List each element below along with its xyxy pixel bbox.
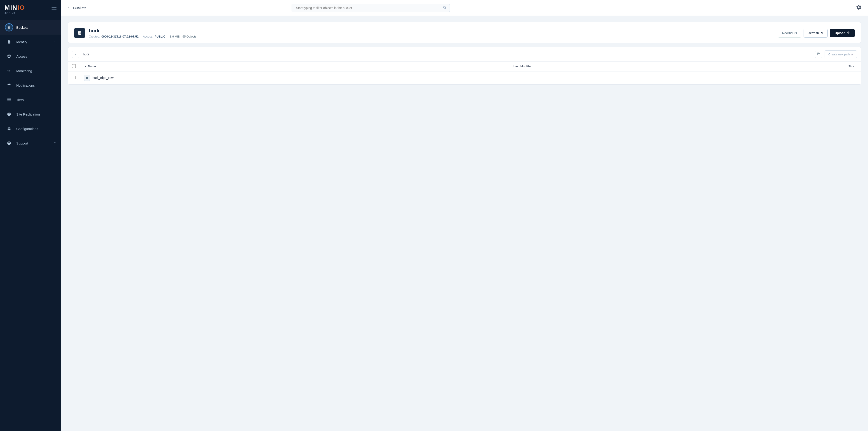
back-label: Buckets (73, 6, 86, 10)
folder-icon-0 (84, 74, 90, 81)
path-back-button[interactable]: ‹ (72, 51, 79, 58)
select-all-checkbox[interactable] (72, 64, 76, 68)
sidebar-item-site-replication-label: Site Replication (16, 113, 56, 116)
refresh-label: Refresh (808, 31, 819, 35)
name-header-label: Name (88, 65, 96, 68)
support-icon (5, 139, 13, 147)
upload-button[interactable]: Upload ⇧ (830, 29, 855, 37)
sidebar-item-notifications-label: Notifications (16, 84, 56, 87)
sidebar-item-monitoring[interactable]: Monitoring ⌃ (0, 64, 61, 78)
rewind-button[interactable]: Rewind ↻ (778, 29, 801, 37)
rewind-icon: ↻ (794, 31, 797, 35)
back-arrow-icon: ← (67, 5, 71, 10)
sidebar-item-monitoring-label: Monitoring (16, 69, 51, 73)
created-label: Created: (89, 35, 100, 38)
create-new-path-button[interactable]: Create new path // (825, 51, 857, 58)
bucket-header-card: hudi Created: 0000-12-31T16:07:02-07:52 … (68, 22, 861, 43)
file-browser-card: ‹ hudi Create new path // (68, 47, 861, 85)
rewind-label: Rewind (782, 31, 793, 35)
bucket-name: hudi (89, 28, 774, 34)
svg-point-0 (8, 70, 10, 71)
size-column-header[interactable]: Size (705, 62, 861, 71)
sidebar-item-support-label: Support (16, 141, 51, 145)
file-table-body: hudi_trips_cow - (68, 71, 861, 84)
topbar: ← Buckets (61, 0, 868, 16)
sidebar-item-identity-label: Identity (16, 40, 51, 44)
settings-button[interactable] (856, 4, 862, 11)
monitoring-icon (5, 67, 13, 75)
refresh-icon: ↻ (820, 31, 823, 35)
path-text: hudi (82, 53, 813, 56)
row-checkbox-cell (68, 71, 80, 84)
bucket-meta: Created: 0000-12-31T16:07:02-07:52 Acces… (89, 35, 774, 38)
path-bar: ‹ hudi Create new path // (68, 47, 861, 62)
modified-header-label: Last Modified (514, 65, 532, 68)
modified-column-header[interactable]: Last Modified (509, 62, 705, 71)
main-content: ← Buckets hudi Created: 0000-12-31T16:07… (61, 0, 868, 431)
logo-area: MINIO AGPLv3 (4, 4, 25, 14)
sidebar-item-site-replication[interactable]: Site Replication (0, 107, 61, 121)
access-label: Access: (143, 35, 153, 38)
select-all-header (68, 62, 80, 71)
sidebar-item-configurations[interactable]: Configurations (0, 121, 61, 136)
meta-separator-2 (167, 35, 168, 38)
bucket-stats: 3.9 MiB - 55 Objects (170, 35, 196, 38)
row-checkbox-0[interactable] (72, 76, 76, 80)
search-bar (291, 4, 450, 12)
sidebar-item-notifications[interactable]: Notifications (0, 78, 61, 92)
row-size-cell-0: - (705, 71, 861, 84)
identity-chevron-icon: ⌃ (54, 40, 56, 43)
sidebar-nav: Buckets Identity ⌃ Access Monitoring ⌃ (0, 18, 61, 431)
access-value: PUBLIC (155, 35, 165, 38)
bucket-icon-large (74, 28, 85, 38)
tiers-icon (5, 96, 13, 104)
copy-path-button[interactable] (815, 51, 822, 58)
notifications-icon (5, 81, 13, 89)
name-column-header[interactable]: ▲ Name (80, 62, 509, 71)
row-name-cell: hudi_trips_cow (80, 71, 509, 84)
sidebar-item-access[interactable]: Access (0, 49, 61, 64)
support-chevron-icon: ⌃ (54, 142, 56, 145)
create-path-label: Create new path (829, 53, 850, 56)
search-icon (442, 5, 447, 10)
file-table: ▲ Name Last Modified Size (68, 62, 861, 84)
access-icon (5, 52, 13, 60)
back-to-buckets-button[interactable]: ← Buckets (67, 5, 86, 10)
row-modified-cell-0 (509, 71, 705, 84)
logo-sub: AGPLv3 (4, 12, 25, 14)
create-path-icon: // (851, 53, 853, 56)
bucket-info: hudi Created: 0000-12-31T16:07:02-07:52 … (89, 28, 774, 38)
sidebar-item-support[interactable]: Support ⌃ (0, 136, 61, 150)
sidebar: MINIO AGPLv3 Buckets Identity ⌃ (0, 0, 61, 431)
logo-text: MINIO (4, 4, 25, 11)
sidebar-item-buckets[interactable]: Buckets (0, 20, 61, 35)
created-value: 0000-12-31T16:07:02-07:52 (101, 35, 138, 38)
sidebar-header: MINIO AGPLv3 (0, 0, 61, 18)
table-row[interactable]: hudi_trips_cow - (68, 71, 861, 84)
refresh-button[interactable]: Refresh ↻ (804, 29, 828, 37)
page-content: hudi Created: 0000-12-31T16:07:02-07:52 … (61, 16, 868, 431)
bucket-icon (5, 23, 13, 31)
sidebar-item-tiers-label: Tiers (16, 98, 56, 102)
identity-icon (5, 38, 13, 46)
monitoring-chevron-icon: ⌃ (54, 69, 56, 72)
hamburger-menu-icon[interactable] (52, 7, 57, 11)
bucket-actions: Rewind ↻ Refresh ↻ Upload ⇧ (778, 29, 855, 37)
upload-label: Upload (835, 31, 845, 35)
file-name-0: hudi_trips_cow (92, 76, 114, 80)
sidebar-item-access-label: Access (16, 55, 56, 58)
sidebar-item-buckets-label: Buckets (16, 26, 56, 29)
configurations-icon (5, 125, 13, 133)
sidebar-item-identity[interactable]: Identity ⌃ (0, 35, 61, 49)
sidebar-item-tiers[interactable]: Tiers (0, 92, 61, 107)
upload-icon: ⇧ (847, 31, 850, 35)
sidebar-item-configurations-label: Configurations (16, 127, 56, 131)
name-sort-icon: ▲ (84, 65, 87, 68)
meta-separator (140, 35, 142, 38)
site-replication-icon (5, 110, 13, 118)
search-input[interactable] (291, 4, 450, 12)
table-header-row: ▲ Name Last Modified Size (68, 62, 861, 71)
size-header-label: Size (848, 65, 854, 68)
